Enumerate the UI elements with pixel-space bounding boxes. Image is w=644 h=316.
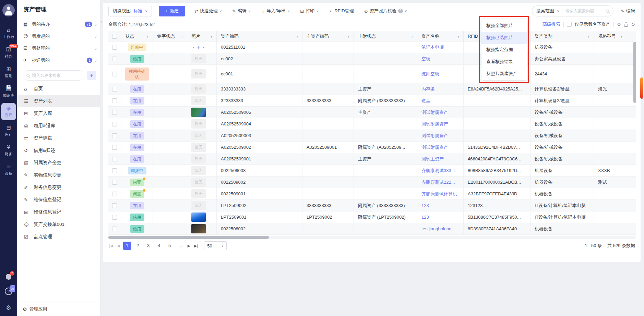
search-input[interactable]: 请输入搜索内容 bbox=[565, 8, 603, 14]
photo-thumbnail[interactable]: 暂无 bbox=[191, 119, 206, 129]
row-checkbox[interactable] bbox=[112, 192, 117, 196]
asset-name-link[interactable]: 齐鹏康测试333... bbox=[421, 168, 455, 174]
asset-name-link[interactable]: 统帅空调 bbox=[421, 71, 439, 77]
sidebar-search-input[interactable]: 输入名称来搜索 bbox=[23, 70, 84, 81]
dropdown-item[interactable]: 核验全部照片 bbox=[481, 20, 527, 32]
table-row[interactable]: 借用 0022508002 testjiangbolong 8D3980F374… bbox=[108, 223, 636, 235]
workflow-item[interactable]: 我的待办 71 › bbox=[23, 18, 97, 30]
dropdown-item[interactable]: 核验已选照片 bbox=[481, 32, 527, 44]
sidebar-menu-item[interactable]: 领用&退库 bbox=[17, 120, 100, 132]
table-row[interactable]: 领用待确认 暂无 ec001 统帅空调 24434 bbox=[108, 65, 636, 83]
rail-item[interactable]: 应用 bbox=[1, 64, 16, 81]
table-row[interactable]: 维修中 0022511001 笔记本电脑 机器设备 bbox=[108, 41, 636, 53]
photo-thumbnail[interactable]: 暂无 bbox=[191, 201, 206, 210]
row-checkbox[interactable] bbox=[112, 72, 117, 76]
workflow-item[interactable]: 抄送我的 1 › bbox=[23, 54, 97, 66]
asset-name-link[interactable]: 齐鹏康测试222... bbox=[421, 179, 455, 185]
page-number[interactable]: 1 bbox=[123, 242, 131, 250]
column-header[interactable]: 资产类别 bbox=[530, 31, 594, 41]
row-checkbox[interactable] bbox=[112, 168, 117, 173]
table-row[interactable]: 在用 暂无 A02052509003 测试附属资产 设备/机械设备 bbox=[108, 130, 636, 142]
row-checkbox[interactable] bbox=[112, 145, 117, 150]
photo-thumbnail[interactable]: 暂无 bbox=[191, 96, 206, 105]
column-settings-icon[interactable] bbox=[617, 22, 621, 27]
table-row[interactable]: 调拨中 暂无 0022509003 齐鹏康测试333... 808B8586A2… bbox=[108, 165, 636, 177]
rail-item[interactable]: 财务 bbox=[1, 142, 16, 159]
sidebar-menu-item[interactable]: 维修信息登记 bbox=[17, 206, 100, 218]
workflow-item[interactable]: 我处理的 › bbox=[23, 42, 97, 54]
photo-thumbnail[interactable] bbox=[191, 42, 206, 52]
photo-thumbnail[interactable] bbox=[191, 108, 206, 117]
column-menu-icon[interactable] bbox=[410, 34, 414, 39]
toolbar-menu[interactable]: RFID管理 ? ∨ bbox=[326, 8, 356, 14]
column-header[interactable]: 资产编码 bbox=[217, 31, 302, 41]
sidebar-menu-item[interactable]: 实物信息变更 bbox=[17, 169, 100, 181]
sidebar-menu-item[interactable]: 资产调拨 bbox=[17, 132, 100, 144]
toolbar-menu[interactable]: 资产照片核验 ? ∨ bbox=[362, 8, 409, 14]
prev-page-icon[interactable]: ◀ bbox=[116, 244, 120, 248]
photo-thumbnail[interactable]: 暂无 bbox=[191, 143, 206, 152]
asset-name-link[interactable]: 123 bbox=[421, 215, 429, 220]
table-row[interactable]: 借用 暂无 ec002 空调 办公家具及设备 bbox=[108, 53, 636, 65]
row-checkbox[interactable] bbox=[112, 203, 117, 208]
vertical-scrollbar[interactable] bbox=[633, 42, 636, 234]
photo-thumbnail[interactable]: 暂无 bbox=[191, 178, 206, 187]
page-size-select[interactable]: 50∨ bbox=[204, 241, 227, 250]
page-number[interactable]: ... bbox=[176, 242, 184, 250]
sidebar-menu-item[interactable]: 借用&归还 bbox=[17, 144, 100, 157]
dropdown-item[interactable]: 查看核验结果 bbox=[481, 56, 527, 68]
table-row[interactable]: 在用 暂无 A02052509001 主资产 测试主资产 466042084FA… bbox=[108, 153, 636, 165]
avatar[interactable] bbox=[2, 4, 15, 16]
dropdown-item[interactable]: 从照片新建资产 bbox=[481, 68, 527, 80]
asset-name-link[interactable]: 测试附属资产 bbox=[421, 121, 448, 127]
photo-thumbnail[interactable]: 暂无 bbox=[191, 84, 206, 94]
sidebar-menu-item[interactable]: 附属资产变更 bbox=[17, 157, 100, 169]
photo-thumbnail[interactable]: 暂无 bbox=[191, 69, 206, 78]
photo-thumbnail[interactable]: 暂无 bbox=[191, 166, 206, 175]
row-checkbox[interactable] bbox=[112, 122, 117, 126]
page-number[interactable]: 4 bbox=[155, 242, 163, 250]
table-row[interactable]: 在用 暂无 323333333 3333333333 附属资产 (3333333… bbox=[108, 95, 636, 107]
column-menu-icon[interactable] bbox=[347, 34, 351, 39]
rail-item[interactable]: 99+ 待办 bbox=[1, 44, 16, 62]
sidebar-menu-item[interactable]: 首页 bbox=[17, 83, 100, 95]
toolbar-menu[interactable]: 快速处理 ? ∨ bbox=[192, 8, 224, 14]
asset-name-link[interactable]: 空调 bbox=[421, 56, 430, 62]
new-button[interactable]: + 新建 bbox=[159, 6, 185, 16]
horizontal-scrollbar-thumb[interactable] bbox=[108, 236, 269, 239]
asset-name-link[interactable]: 测试附属资产 bbox=[421, 133, 448, 139]
asset-name-link[interactable]: 测试附属资产 bbox=[421, 144, 448, 150]
help-icon[interactable]: AI bbox=[5, 288, 12, 295]
first-page-icon[interactable]: |◀ bbox=[108, 244, 114, 248]
toolbar-menu[interactable]: 导入/导出 ? ∨ bbox=[259, 8, 292, 14]
settings-gear-icon[interactable] bbox=[6, 304, 11, 311]
row-checkbox[interactable] bbox=[112, 98, 117, 103]
vertical-scrollbar-thumb[interactable] bbox=[633, 42, 636, 103]
sidebar-menu-item[interactable]: 财务信息变更 bbox=[17, 181, 100, 194]
row-checkbox[interactable] bbox=[112, 110, 117, 115]
help-circle-icon[interactable]: ? bbox=[398, 9, 403, 13]
table-row[interactable]: 借用 LPT2509001 LPT2509002 附属资产 (LPT250900… bbox=[108, 211, 636, 223]
column-menu-icon[interactable] bbox=[295, 34, 299, 39]
row-checkbox[interactable] bbox=[112, 45, 117, 50]
asset-name-link[interactable]: 笔记本电脑 bbox=[421, 44, 444, 50]
asset-name-link[interactable]: 齐鹏康测试计算机 bbox=[421, 191, 457, 197]
rail-item[interactable]: 工作台 bbox=[1, 25, 16, 42]
last-page-icon[interactable]: ▶| bbox=[193, 244, 199, 248]
global-search[interactable]: 搜索范围 ∨ 请输入搜索内容 bbox=[532, 5, 613, 16]
lock-icon[interactable] bbox=[624, 24, 628, 27]
sidebar-menu-item[interactable]: 维保信息登记 bbox=[17, 194, 100, 206]
rail-item[interactable]: AI 知识库 bbox=[1, 83, 16, 101]
column-menu-icon[interactable] bbox=[210, 34, 214, 39]
row-checkbox[interactable] bbox=[112, 227, 117, 231]
toolbar-menu[interactable]: 打印 ? ∨ bbox=[298, 8, 321, 14]
table-row[interactable]: 在用 暂无 A02052509004 测试附属资产 设备/机械设备 bbox=[108, 118, 636, 130]
sidebar-menu-item[interactable]: 资产共享 bbox=[17, 243, 100, 244]
toolbar-menu[interactable]: 编辑 ? ∨ bbox=[230, 8, 253, 14]
column-menu-icon[interactable] bbox=[456, 34, 461, 39]
row-checkbox[interactable] bbox=[112, 57, 117, 61]
column-menu-icon[interactable] bbox=[620, 34, 624, 39]
rail-item[interactable]: 库存 bbox=[1, 122, 16, 140]
asset-name-link[interactable]: 测试主资产 bbox=[421, 156, 444, 162]
view-switch[interactable]: 切换视图 标准 ∨ bbox=[108, 6, 152, 16]
